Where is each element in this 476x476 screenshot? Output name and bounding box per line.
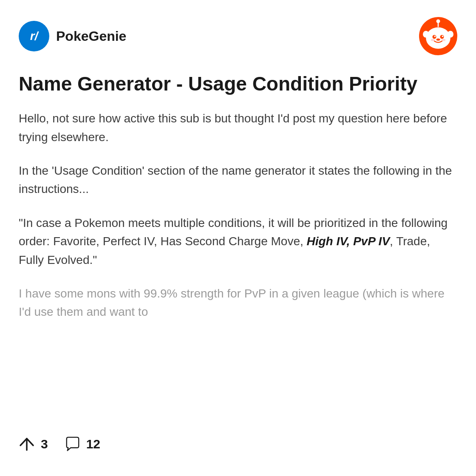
subreddit-name[interactable]: PokeGenie xyxy=(56,28,126,44)
comment-section[interactable]: 12 xyxy=(65,436,100,452)
paragraph-quote: "In case a Pokemon meets multiple condit… xyxy=(19,214,457,269)
paragraph-section-ref-text: In the 'Usage Condition' section of the … xyxy=(19,164,452,196)
reddit-alien-icon xyxy=(419,17,457,55)
svg-point-12 xyxy=(442,39,445,41)
svg-point-6 xyxy=(434,36,436,37)
post-footer: 3 12 xyxy=(19,436,100,452)
comment-count: 12 xyxy=(86,437,100,451)
post-title: Name Generator - Usage Condition Priorit… xyxy=(19,72,457,96)
svg-point-7 xyxy=(442,36,444,37)
svg-point-2 xyxy=(423,31,429,37)
paragraph-intro: Hello, not sure how active this sub is b… xyxy=(19,109,457,146)
subreddit-info[interactable]: r/ PokeGenie xyxy=(19,21,126,51)
post-card: r/ PokeGenie xyxy=(0,0,476,476)
comment-icon[interactable] xyxy=(65,436,80,452)
svg-point-8 xyxy=(436,38,440,40)
paragraph-section-ref: In the 'Usage Condition' section of the … xyxy=(19,162,457,198)
vote-count: 3 xyxy=(41,437,48,451)
subreddit-icon: r/ xyxy=(19,21,49,51)
svg-point-10 xyxy=(436,19,440,23)
post-header: r/ PokeGenie xyxy=(19,17,457,55)
paragraph-intro-text: Hello, not sure how active this sub is b… xyxy=(19,112,447,143)
upvote-icon[interactable] xyxy=(19,436,35,452)
svg-point-4 xyxy=(433,35,436,39)
paragraph-faded: I have some mons with 99.9% strength for… xyxy=(19,284,457,321)
svg-point-11 xyxy=(431,39,435,41)
subreddit-logo-text: r/ xyxy=(30,30,38,42)
post-body: Hello, not sure how active this sub is b… xyxy=(19,109,457,321)
svg-point-3 xyxy=(448,31,453,37)
svg-point-1 xyxy=(426,27,450,48)
vote-section[interactable]: 3 xyxy=(19,436,48,452)
svg-point-5 xyxy=(440,35,444,39)
quote-bold-italic: High IV, PvP IV xyxy=(307,235,390,248)
